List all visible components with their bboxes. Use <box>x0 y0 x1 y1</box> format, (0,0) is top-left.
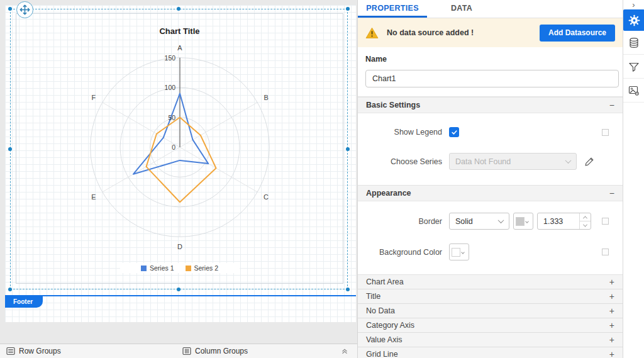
border-style-select[interactable]: Solid <box>449 213 509 230</box>
tab-properties[interactable]: PROPERTIES <box>358 0 427 18</box>
name-label: Name <box>365 55 618 64</box>
appearance-header[interactable]: Appearance − <box>358 185 623 201</box>
resize-handle-se[interactable] <box>346 288 350 291</box>
chevron-down-icon <box>461 250 465 254</box>
tab-data[interactable]: DATA <box>427 0 496 18</box>
row-groups-label: Row Groups <box>19 347 61 355</box>
filter-tool-button[interactable] <box>623 55 644 79</box>
show-legend-checkbox[interactable] <box>449 127 459 137</box>
border-width-input[interactable]: 1.333 <box>537 213 591 230</box>
check-icon <box>451 129 458 136</box>
background-color-swatch <box>452 248 460 257</box>
legend-item: Series 1 <box>141 264 174 272</box>
resize-handle-w[interactable] <box>8 147 12 151</box>
resize-handle-e[interactable] <box>346 147 350 151</box>
section-title[interactable]: Title+ <box>358 289 623 304</box>
border-expression-box[interactable] <box>602 218 609 225</box>
pencil-icon <box>584 156 595 167</box>
background-color-row: Background Color <box>358 243 623 260</box>
choose-series-select[interactable]: Data Not Found <box>449 153 577 170</box>
footer-band-tab[interactable]: Footer <box>5 296 43 308</box>
move-handle[interactable] <box>16 1 33 18</box>
legend-swatch <box>186 266 191 271</box>
collapse-groups-button[interactable] <box>341 347 348 357</box>
column-groups-button[interactable]: Column Groups <box>182 347 248 355</box>
svg-text:F: F <box>92 94 96 101</box>
move-arrows-icon <box>19 4 30 15</box>
legend-label: Series 1 <box>150 264 174 272</box>
datasource-tool-button[interactable] <box>623 31 644 55</box>
expand-icon: + <box>609 291 614 301</box>
row-groups-button[interactable]: Row Groups <box>6 347 61 355</box>
collapse-icon: − <box>609 100 614 110</box>
chevron-down-icon <box>525 220 529 223</box>
radar-chart: 050100150ABCDEF <box>16 14 343 283</box>
border-row: Border Solid 1.333 <box>358 213 623 230</box>
chevron-down-icon <box>583 222 587 227</box>
name-input[interactable] <box>365 70 619 87</box>
choose-series-value: Data Not Found <box>455 157 511 166</box>
choose-series-row: Choose Series Data Not Found <box>358 153 623 170</box>
border-color-picker[interactable] <box>513 213 533 230</box>
resize-handle-nw[interactable] <box>8 7 12 11</box>
chevron-up-icon <box>583 216 587 220</box>
edit-series-button[interactable] <box>584 156 595 167</box>
collapse-panel-button[interactable]: › <box>623 0 644 9</box>
section-value-axis[interactable]: Value Axis+ <box>358 333 623 347</box>
show-legend-expression-box[interactable] <box>602 129 609 136</box>
groups-bar: Row Groups Column Groups <box>0 344 357 358</box>
expand-icon: + <box>609 349 614 358</box>
resize-handle-sw[interactable] <box>8 288 12 291</box>
basic-settings-title: Basic Settings <box>366 101 420 109</box>
image-gear-icon <box>628 85 640 96</box>
section-label: Title <box>366 292 380 301</box>
add-datasource-button[interactable]: Add Datasource <box>540 25 615 42</box>
footer-separator <box>5 295 356 296</box>
appearance-body: Border Solid 1.333 Background Color <box>358 201 623 274</box>
show-legend-label: Show Legend <box>358 128 442 137</box>
row-groups-icon <box>6 347 15 355</box>
resize-handle-s[interactable] <box>177 288 180 291</box>
legend-item: Series 2 <box>186 264 219 272</box>
name-block: Name <box>358 47 623 97</box>
double-chevron-up-icon <box>341 347 348 355</box>
section-category-axis[interactable]: Category Axis+ <box>358 318 623 333</box>
section-grid-line[interactable]: Grid Line+ <box>358 347 623 358</box>
section-label: Chart Area <box>366 277 404 286</box>
basic-settings-body: Show Legend Choose Series Data Not Found <box>358 113 623 185</box>
expand-icon: + <box>609 335 614 345</box>
background-color-picker[interactable] <box>449 243 469 260</box>
section-chart-area[interactable]: Chart Area+ <box>358 275 623 289</box>
database-icon <box>628 37 640 48</box>
no-datasource-banner: No data source added ! Add Datasource <box>358 18 623 47</box>
stepper <box>579 213 591 229</box>
chart-title: Chart Title <box>16 26 343 36</box>
svg-text:E: E <box>91 193 96 201</box>
step-down-button[interactable] <box>580 221 591 229</box>
properties-tool-button[interactable] <box>623 9 644 31</box>
expand-icon: + <box>609 306 614 316</box>
background-expression-box[interactable] <box>602 249 609 255</box>
filter-icon <box>628 61 640 72</box>
design-canvas: Footer 050100150ABCDEF Chart Title Serie… <box>0 0 357 358</box>
image-settings-tool-button[interactable] <box>623 79 644 103</box>
svg-text:0: 0 <box>172 144 175 151</box>
gear-icon <box>628 14 640 26</box>
step-up-button[interactable] <box>580 213 591 221</box>
section-no-data[interactable]: No Data+ <box>358 304 623 318</box>
basic-settings-header[interactable]: Basic Settings − <box>358 97 623 113</box>
border-color-swatch <box>516 217 525 226</box>
section-label: No Data <box>366 306 395 315</box>
choose-series-label: Choose Series <box>358 157 442 166</box>
column-groups-label: Column Groups <box>195 347 248 355</box>
svg-text:C: C <box>264 193 269 201</box>
resize-handle-ne[interactable] <box>346 7 350 11</box>
chart-legend: Series 1Series 2 <box>120 263 240 273</box>
expand-icon: + <box>609 320 614 330</box>
collapse-icon: − <box>609 188 614 198</box>
border-width-value: 1.333 <box>538 213 579 229</box>
chart-report-item[interactable]: 050100150ABCDEF Chart Title Series 1Seri… <box>16 13 343 284</box>
svg-text:100: 100 <box>165 84 176 91</box>
resize-handle-n[interactable] <box>177 7 180 11</box>
section-label: Category Axis <box>366 321 414 330</box>
